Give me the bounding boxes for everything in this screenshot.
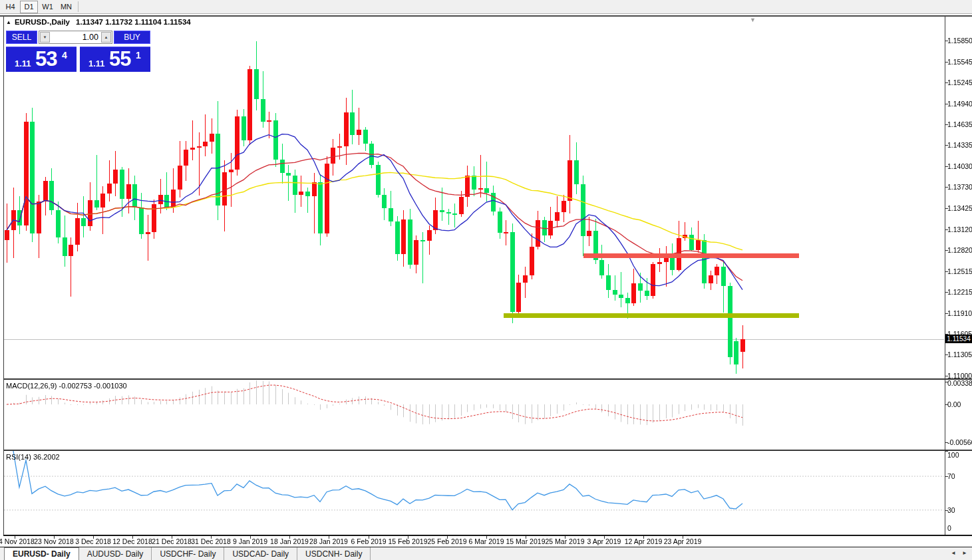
window-top-border — [0, 15, 972, 17]
buy-button[interactable]: BUY — [114, 31, 150, 44]
price-axis-label: 1.15545 — [947, 58, 972, 66]
timeframe-button-w1[interactable]: W1 — [39, 1, 57, 13]
date-axis-label: 23 Apr 2019 — [659, 537, 707, 545]
timeframe-button-d1[interactable]: D1 — [20, 1, 38, 13]
volume-spinner: ▼ ▲ — [39, 31, 112, 44]
macd-axis-label: 0.003383 — [947, 379, 972, 387]
price-axis-label: 1.14940 — [947, 100, 972, 108]
price-axis-label: 1.13730 — [947, 183, 972, 191]
price-axis-label: 1.12515 — [947, 267, 972, 275]
pane-separator-rsi[interactable] — [3, 450, 972, 451]
chart-tab-bar: EURUSD- DailyAUDUSD- DailyUSDCHF- DailyU… — [0, 547, 972, 560]
sell-button[interactable]: SELL — [6, 31, 37, 44]
timeframe-toolbar: H4D1W1MN — [0, 0, 972, 14]
tab-scroll-right-icon[interactable]: ► — [962, 550, 967, 556]
price-axis-label: 1.12215 — [947, 288, 972, 296]
timeframe-button-h4[interactable]: H4 — [1, 1, 19, 13]
chart-axis-border — [945, 17, 945, 536]
current-price-tag: 1.11534 — [945, 335, 972, 343]
buy-price-box[interactable]: 1.11 55 1 — [80, 47, 150, 72]
price-axis-label: 1.14635 — [947, 120, 972, 128]
sell-price-box[interactable]: 1.11 53 4 — [6, 47, 77, 72]
rsi-axis-label: 100 — [947, 451, 972, 459]
rsi-axis-label: 0 — [947, 524, 972, 532]
price-axis-label: 1.13120 — [947, 225, 972, 233]
buy-price-prefix: 1.11 — [88, 59, 105, 69]
volume-decrease-button[interactable]: ▼ — [40, 32, 50, 43]
macd-label: MACD(12,26,9) -0.002753 -0.001030 — [6, 382, 127, 390]
rsi-axis-label: 70 — [947, 472, 972, 480]
sell-price-prefix: 1.11 — [15, 59, 31, 69]
sell-price-big: 53 — [35, 47, 57, 71]
pane-separator-macd[interactable] — [3, 378, 972, 380]
price-axis-label: 1.11305 — [947, 350, 972, 358]
price-axis-label: 1.12820 — [947, 246, 972, 254]
tab-scroll-left-icon[interactable]: ◄ — [951, 550, 956, 556]
price-axis-label: 1.11910 — [947, 309, 972, 317]
scroll-to-end-icon[interactable]: ▼ — [750, 17, 756, 23]
timeframe-button-mn[interactable]: MN — [57, 1, 75, 13]
tab-usdcnh-daily[interactable]: USDCNH- Daily — [297, 547, 371, 560]
buy-price-big: 55 — [109, 47, 130, 71]
chart-canvas[interactable] — [0, 0, 972, 560]
macd-axis-label: 0.00 — [947, 400, 972, 408]
chart-title: ▲EURUSD-,Daily1.11347 1.11732 1.11104 1.… — [6, 18, 191, 26]
sell-price-sup: 4 — [62, 50, 67, 61]
tab-audusd-daily[interactable]: AUDUSD- Daily — [79, 547, 152, 560]
rsi-label: RSI(14) 36.2002 — [6, 453, 60, 461]
price-axis-label: 1.14335 — [947, 141, 972, 149]
macd-axis-label: -0.005663 — [947, 438, 972, 446]
pane-separator-bottom — [3, 535, 972, 536]
symbol-label: EURUSD-,Daily — [15, 18, 70, 26]
buy-price-sup: 1 — [136, 50, 141, 61]
quote-ohlc: 1.11347 1.11732 1.11104 1.11534 — [76, 18, 191, 26]
price-axis-label: 1.15245 — [947, 78, 972, 86]
tab-usdcad-daily[interactable]: USDCAD- Daily — [224, 547, 297, 560]
price-axis-label: 1.14030 — [947, 162, 972, 170]
tab-usdchf-daily[interactable]: USDCHF- Daily — [152, 547, 224, 560]
volume-input[interactable] — [51, 31, 100, 43]
price-axis-label: 1.15850 — [947, 37, 972, 45]
one-click-trade-panel: SELL ▼ ▲ BUY 1.11 53 4 1.11 55 1 — [6, 31, 150, 72]
toolbar-divider — [78, 1, 79, 12]
chart-left-border — [3, 17, 4, 535]
volume-increase-button[interactable]: ▲ — [101, 32, 111, 43]
tab-eurusd-daily[interactable]: EURUSD- Daily — [4, 547, 79, 560]
collapse-panel-icon[interactable]: ▲ — [6, 19, 11, 25]
rsi-axis-label: 30 — [947, 506, 972, 514]
mt4-terminal: { "toolbar": { "timeframes": [ {"label":… — [0, 0, 972, 560]
price-axis-label: 1.13425 — [947, 204, 972, 212]
